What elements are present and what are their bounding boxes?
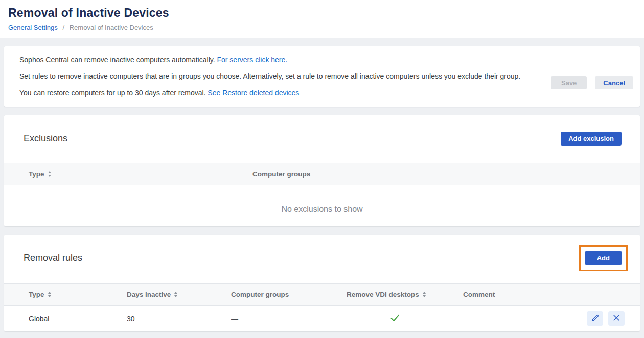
exclusions-empty-message: No exclusions to show	[4, 185, 640, 226]
table-row: Global 30 —	[4, 306, 640, 331]
rules-column-remove-vdi-label: Remove VDI desktops	[347, 291, 419, 298]
exclusions-column-type[interactable]: Type	[29, 170, 252, 178]
check-icon	[390, 315, 400, 323]
removal-rules-title: Removal rules	[24, 253, 82, 263]
delete-rule-button[interactable]	[608, 311, 625, 326]
removal-rules-card: Removal rules Add Type Days inactive Com…	[4, 235, 640, 331]
highlight-box: Add	[579, 245, 628, 271]
exclusions-column-type-label: Type	[29, 170, 44, 178]
rule-type-cell: Global	[29, 315, 127, 323]
info-line-1: Sophos Central can remove inactive compu…	[19, 55, 625, 65]
rules-column-type-label: Type	[29, 291, 44, 298]
save-button[interactable]: Save	[551, 76, 587, 89]
pencil-icon	[591, 314, 599, 323]
removal-rules-table-header: Type Days inactive Computer groups Remov…	[4, 283, 640, 306]
exclusions-table-header: Type Computer groups	[4, 163, 640, 185]
rules-column-days-inactive[interactable]: Days inactive	[127, 291, 231, 298]
info-line-3-text: You can restore computers for up to 30 d…	[19, 89, 205, 97]
breadcrumb-separator: /	[62, 23, 64, 31]
rule-days-inactive-cell: 30	[127, 315, 231, 323]
info-line-2: Set rules to remove inactive computers t…	[19, 71, 546, 81]
sort-icon	[174, 292, 177, 297]
exclusions-title: Exclusions	[24, 133, 67, 144]
exclusions-column-computer-groups: Computer groups	[252, 170, 640, 178]
removal-rules-card-head: Removal rules Add	[4, 235, 640, 283]
restore-deleted-devices-link[interactable]: See Restore deleted devices	[208, 89, 299, 97]
sort-icon	[48, 292, 51, 297]
add-exclusion-button[interactable]: Add exclusion	[561, 132, 622, 146]
rule-computer-groups-cell: —	[231, 315, 347, 323]
rules-column-type[interactable]: Type	[29, 291, 127, 298]
info-actions: Save Cancel	[551, 76, 633, 89]
breadcrumb-link-general-settings[interactable]: General Settings	[8, 23, 58, 31]
sort-icon	[48, 171, 51, 177]
rules-column-days-inactive-label: Days inactive	[127, 291, 171, 298]
breadcrumb: General Settings / Removal of Inactive D…	[8, 23, 636, 31]
exclusions-card-head: Exclusions Add exclusion	[4, 115, 640, 163]
rules-column-computer-groups: Computer groups	[231, 291, 347, 298]
close-icon	[613, 315, 619, 322]
sort-icon	[423, 292, 426, 297]
rules-column-comment: Comment	[463, 291, 640, 298]
info-panel: Sophos Central can remove inactive compu…	[4, 46, 640, 107]
row-actions	[587, 311, 625, 326]
page-title: Removal of Inactive Devices	[8, 6, 636, 20]
rule-remove-vdi-cell	[347, 314, 463, 323]
servers-link[interactable]: For servers click here.	[217, 56, 287, 64]
breadcrumb-current: Removal of Inactive Devices	[70, 23, 153, 31]
page-header: Removal of Inactive Devices General Sett…	[0, 0, 644, 38]
add-rule-button[interactable]: Add	[585, 251, 622, 265]
info-line-1-text: Sophos Central can remove inactive compu…	[19, 56, 215, 64]
info-line-3: You can restore computers for up to 30 d…	[19, 88, 625, 98]
edit-rule-button[interactable]	[587, 311, 603, 326]
cancel-button[interactable]: Cancel	[595, 76, 633, 89]
rules-column-remove-vdi[interactable]: Remove VDI desktops	[347, 291, 463, 298]
exclusions-card: Exclusions Add exclusion Type Computer g…	[4, 115, 640, 226]
